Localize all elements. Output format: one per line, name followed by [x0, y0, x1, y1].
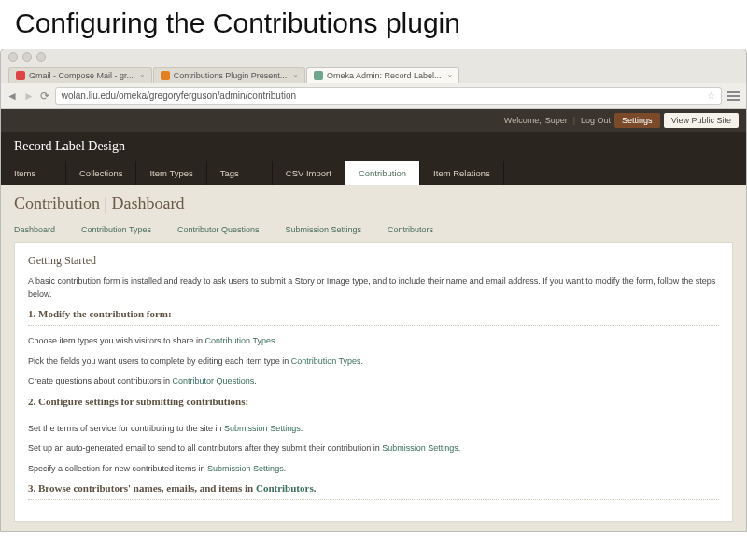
- subnav-contributor-questions[interactable]: Contributor Questions: [177, 225, 260, 234]
- url-text: wolan.liu.edu/omeka/gregoryferguson/admi…: [62, 91, 296, 101]
- close-icon[interactable]: ×: [448, 72, 453, 80]
- deck-icon: [161, 71, 170, 80]
- view-public-site-button[interactable]: View Public Site: [664, 113, 739, 128]
- user-link[interactable]: Super: [545, 116, 568, 125]
- slide-title: Configuring the Contributions plugin: [0, 0, 747, 49]
- subnav-contributors[interactable]: Contributors: [388, 225, 433, 234]
- step-2-line-b: Set up an auto-generated email to send t…: [28, 442, 719, 455]
- intro-text: A basic contribution form is installed a…: [28, 275, 719, 301]
- menu-icon[interactable]: [727, 90, 740, 103]
- subnav-contribution-types[interactable]: Contribution Types: [81, 225, 151, 234]
- sub-nav: Dashboard Contribution Types Contributor…: [14, 223, 733, 236]
- contribution-types-link[interactable]: Contribution Types: [291, 357, 361, 366]
- url-bar[interactable]: wolan.liu.edu/omeka/gregoryferguson/admi…: [55, 87, 722, 105]
- back-button[interactable]: ◄: [7, 90, 18, 103]
- site-title-bar: Record Label Design: [1, 132, 746, 161]
- gmail-icon: [16, 71, 25, 80]
- minimize-dot[interactable]: [22, 52, 32, 62]
- tab-bar: Gmail - Compose Mail - gr... × Contribut…: [1, 64, 746, 83]
- nav-items[interactable]: Items: [1, 161, 66, 185]
- step-2-line-a: Set the terms of service for contributin…: [28, 423, 719, 436]
- step-1-line-a: Choose item types you wish visitors to s…: [28, 335, 719, 348]
- tab-label: Contributions Plugin Present...: [174, 71, 288, 80]
- contribution-types-link[interactable]: Contribution Types: [205, 336, 275, 345]
- nav-contribution[interactable]: Contribution: [345, 161, 420, 185]
- page-viewport: Welcome, Super | Log Out Settings View P…: [1, 109, 746, 531]
- separator: |: [571, 116, 577, 125]
- nav-tags[interactable]: Tags: [207, 161, 273, 185]
- nav-csv-import[interactable]: CSV Import: [273, 161, 345, 185]
- nav-item-relations[interactable]: Item Relations: [420, 161, 504, 185]
- admin-top-bar: Welcome, Super | Log Out Settings View P…: [1, 109, 746, 132]
- step-2-heading: 2. Configure settings for submitting con…: [28, 396, 719, 407]
- subnav-dashboard[interactable]: Dashboard: [14, 225, 55, 234]
- step-1-line-c: Create questions about contributors in C…: [28, 375, 719, 388]
- getting-started-heading: Getting Started: [28, 254, 719, 268]
- welcome-label: Welcome,: [504, 116, 542, 125]
- forward-button[interactable]: ►: [23, 90, 35, 103]
- zoom-dot[interactable]: [36, 52, 46, 62]
- divider: [28, 325, 719, 326]
- close-icon[interactable]: ×: [293, 72, 298, 80]
- step-3-heading: 3. Browse contributors' names, emails, a…: [28, 483, 719, 494]
- step-1-heading: 1. Modify the contribution form:: [28, 308, 719, 319]
- nav-collections[interactable]: Collections: [66, 161, 136, 185]
- tab-gmail[interactable]: Gmail - Compose Mail - gr... ×: [8, 67, 152, 83]
- close-dot[interactable]: [8, 52, 18, 62]
- divider: [28, 499, 719, 500]
- toolbar: ◄ ► ⟳ wolan.liu.edu/omeka/gregoryferguso…: [1, 83, 746, 109]
- page-title: Contribution | Dashboard: [14, 194, 733, 214]
- window-controls: [1, 49, 746, 64]
- step-1-line-b: Pick the fields you want users to comple…: [28, 356, 719, 369]
- submission-settings-link[interactable]: Submission Settings: [224, 424, 301, 433]
- submission-settings-link[interactable]: Submission Settings: [382, 443, 458, 453]
- step-2-line-c: Specify a collection for new contributed…: [28, 463, 719, 476]
- content-area: Contribution | Dashboard Dashboard Contr…: [1, 185, 746, 531]
- browser-window: Gmail - Compose Mail - gr... × Contribut…: [0, 49, 747, 532]
- omeka-icon: [314, 71, 323, 80]
- contributors-link[interactable]: Contributors: [256, 483, 314, 494]
- logout-link[interactable]: Log Out: [581, 116, 611, 125]
- settings-button[interactable]: Settings: [614, 113, 660, 128]
- tab-omeka-admin[interactable]: Omeka Admin: Record Label... ×: [306, 67, 459, 83]
- dashboard-panel: Getting Started A basic contribution for…: [14, 242, 733, 522]
- contributor-questions-link[interactable]: Contributor Questions: [173, 376, 255, 385]
- site-title: Record Label Design: [14, 139, 125, 153]
- tab-presentation[interactable]: Contributions Plugin Present... ×: [153, 67, 305, 83]
- divider: [28, 413, 719, 413]
- tab-label: Gmail - Compose Mail - gr...: [29, 71, 134, 80]
- close-icon[interactable]: ×: [140, 72, 145, 80]
- submission-settings-link[interactable]: Submission Settings: [207, 464, 284, 473]
- main-nav: Items Collections Item Types Tags CSV Im…: [1, 161, 746, 185]
- subnav-submission-settings[interactable]: Submission Settings: [285, 225, 361, 234]
- reload-button[interactable]: ⟳: [40, 90, 49, 103]
- tab-label: Omeka Admin: Record Label...: [327, 71, 442, 80]
- bookmark-star-icon[interactable]: ☆: [707, 91, 715, 101]
- nav-item-types[interactable]: Item Types: [136, 161, 206, 185]
